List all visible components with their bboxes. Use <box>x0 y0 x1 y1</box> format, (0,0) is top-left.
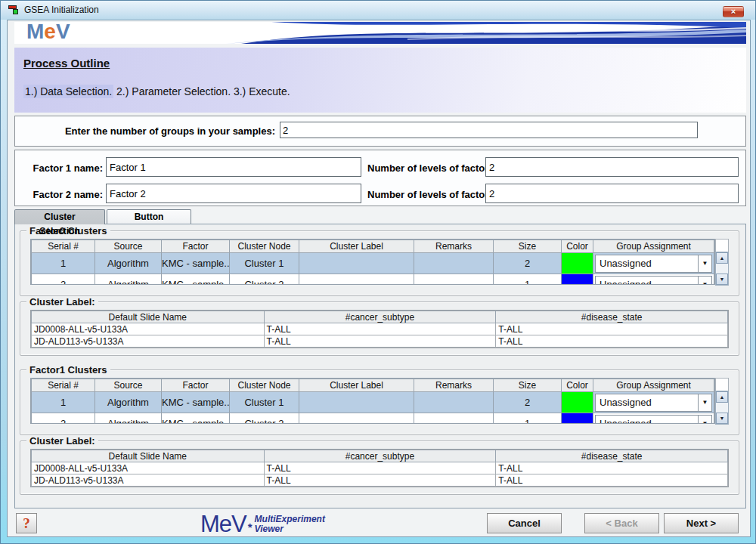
factor1-name-label: Factor 1 name: <box>33 162 103 174</box>
cell-label <box>299 274 414 286</box>
cluster-color-swatch <box>562 392 593 413</box>
cell-slide-name: JD-ALD113-v5-U133A <box>32 474 265 487</box>
group-assignment-combobox[interactable]: Unassigned ▼ <box>595 255 712 273</box>
cell-node: Cluster 2 <box>230 413 299 425</box>
col-remarks: Remarks <box>414 240 494 253</box>
mev-banner: MeV <box>14 22 746 44</box>
scrollbar-corner <box>715 239 729 252</box>
factor0-cluster-table: Serial # Source Factor Cluster Node Clus… <box>30 239 715 285</box>
next-button[interactable]: Next > <box>664 513 739 533</box>
cell-source: Algorithm <box>95 413 162 425</box>
scroll-up-icon[interactable]: ▲ <box>716 391 728 403</box>
col-cluster-label: Cluster Label <box>299 240 414 253</box>
mev-app-icon <box>8 5 20 15</box>
cell-node: Cluster 2 <box>230 274 299 286</box>
help-button[interactable]: ? <box>16 513 37 533</box>
cluster-label-table: Default Slide Name #cancer_subtype #dise… <box>30 449 729 487</box>
back-button: < Back <box>584 513 659 533</box>
col-disease-state: #disease_state <box>496 450 728 462</box>
cell-slide-name: JD0008-ALL-v5-U133A <box>32 462 265 474</box>
chevron-down-icon[interactable]: ▼ <box>698 394 711 411</box>
factor2-levels-input[interactable] <box>485 184 739 203</box>
factor1-cluster-table: Serial # Source Factor Cluster Node Clus… <box>30 378 715 424</box>
col-color: Color <box>562 379 593 392</box>
col-source: Source <box>95 379 162 392</box>
combobox-value: Unassigned <box>596 277 698 286</box>
col-size: Size <box>494 379 562 392</box>
factor1-levels-label: Number of levels of factor 1 : <box>367 162 503 174</box>
window-title: GSEA Initialization <box>24 5 99 15</box>
cell-remarks <box>414 413 494 425</box>
cell-disease-state: T-ALL <box>496 335 728 348</box>
cell-node: Cluster 1 <box>230 392 299 413</box>
tab-button-selection[interactable]: Button Selection <box>107 209 191 224</box>
scroll-down-icon[interactable]: ▼ <box>716 413 728 424</box>
dialog-footer: ? MeV * MultiExperiment Viewer Cancel < … <box>8 512 750 537</box>
factor1-clusters-groupbox: Factor1 Clusters Serial # Source Factor … <box>20 369 739 435</box>
cell-source: Algorithm <box>95 253 162 274</box>
process-outline-title: Process Outline <box>23 57 110 70</box>
cell-remarks <box>414 253 494 274</box>
cancel-button[interactable]: Cancel <box>487 513 562 533</box>
col-factor: Factor <box>162 379 230 392</box>
table-row[interactable]: 2 Algorithm KMC - sample... Cluster 2 1 <box>32 413 714 425</box>
table-header-row: Serial # Source Factor Cluster Node Clus… <box>32 379 714 392</box>
scroll-down-icon[interactable]: ▼ <box>716 274 728 285</box>
factor1-name-input[interactable] <box>106 157 361 177</box>
cell-factor: KMC - sample... <box>162 413 230 425</box>
num-groups-input[interactable] <box>280 122 698 138</box>
cell-node: Cluster 1 <box>230 253 299 274</box>
chevron-down-icon[interactable]: ▼ <box>698 255 711 272</box>
table-row[interactable]: JD0008-ALL-v5-U133A T-ALL T-ALL <box>32 462 728 474</box>
factor2-name-label: Factor 2 name: <box>33 189 103 200</box>
chevron-down-icon[interactable]: ▼ <box>698 277 711 286</box>
footer-logo-subtitle: MultiExperiment Viewer <box>255 515 325 534</box>
combobox-value: Unassigned <box>596 394 698 411</box>
cell-cancer-subtype: T-ALL <box>264 474 496 487</box>
cell-label <box>299 392 414 413</box>
close-button[interactable]: × <box>723 6 744 17</box>
cluster-label-groupbox: Cluster Label: Default Slide Name #cance… <box>20 301 739 356</box>
group-assignment-combobox[interactable]: Unassigned ▼ <box>595 394 712 412</box>
group-assignment-combobox[interactable]: Unassigned ▼ <box>595 415 712 425</box>
cell-source: Algorithm <box>95 274 162 286</box>
cluster-color-swatch <box>562 253 593 274</box>
table-row[interactable]: JD-ALD113-v5-U133A T-ALL T-ALL <box>32 474 728 487</box>
current-step: 1.) Data Selection. <box>23 85 113 98</box>
cell-disease-state: T-ALL <box>496 323 728 335</box>
scrollbar-corner <box>715 378 729 391</box>
cell-slide-name: JD-ALD113-v5-U133A <box>32 335 265 348</box>
cell-remarks <box>414 274 494 286</box>
asterisk-icon: * <box>248 521 253 533</box>
table-row[interactable]: JD0008-ALL-v5-U133A T-ALL T-ALL <box>32 323 728 335</box>
table-header-row: Default Slide Name #cancer_subtype #dise… <box>32 450 728 462</box>
col-disease-state: #disease_state <box>496 311 728 323</box>
title-bar[interactable]: GSEA Initialization × <box>1 1 755 20</box>
tab-cluster-selection[interactable]: Cluster Selection <box>14 209 105 224</box>
factor0-clusters-groupbox: Factor0 Clusters Serial # Source Factor … <box>20 230 739 296</box>
vertical-scrollbar[interactable]: ▲ ▼ <box>715 252 729 286</box>
col-factor: Factor <box>162 240 230 253</box>
cell-serial: 1 <box>32 253 95 274</box>
col-group-assignment: Group Assignment <box>593 379 714 392</box>
cluster-label-title: Cluster Label: <box>26 296 98 308</box>
cell-source: Algorithm <box>95 392 162 413</box>
table-row[interactable]: 1 Algorithm KMC - sample... Cluster 1 2 <box>32 253 714 274</box>
table-row[interactable]: 1 Algorithm KMC - sample... Cluster 1 2 <box>32 392 714 413</box>
scroll-up-icon[interactable]: ▲ <box>716 252 728 264</box>
cluster-label-groupbox: Cluster Label: Default Slide Name #cance… <box>20 440 739 495</box>
table-row[interactable]: JD-ALD113-v5-U133A T-ALL T-ALL <box>32 335 728 348</box>
group-assignment-combobox[interactable]: Unassigned ▼ <box>595 276 712 286</box>
col-cluster-node: Cluster Node <box>230 240 299 253</box>
dialog-client-area: MeV Process Outline 1.) Data Selection. … <box>7 20 751 537</box>
col-default-slide-name: Default Slide Name <box>32 450 265 462</box>
cell-serial: 2 <box>32 274 95 286</box>
cell-factor: KMC - sample... <box>162 274 230 286</box>
factor1-levels-input[interactable] <box>485 157 739 177</box>
vertical-scrollbar[interactable]: ▲ ▼ <box>715 391 729 425</box>
table-row[interactable]: 2 Algorithm KMC - sample... Cluster 2 1 <box>32 274 714 286</box>
footer-logo-text: MeV <box>200 511 246 538</box>
factor2-name-input[interactable] <box>106 184 361 203</box>
cell-label <box>299 253 414 274</box>
chevron-down-icon[interactable]: ▼ <box>698 416 711 425</box>
